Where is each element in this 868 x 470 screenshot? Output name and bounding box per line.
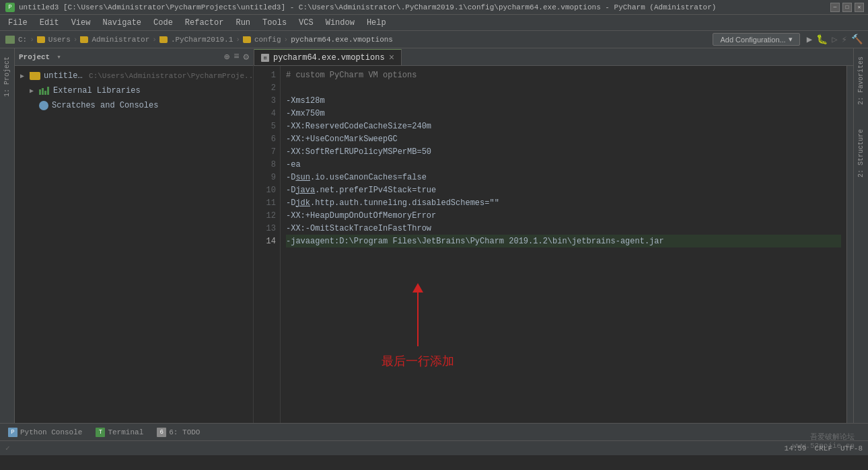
- panel-collapse-icon[interactable]: ≡: [233, 51, 239, 63]
- tree-path-untitled3: C:\Users\Administrator\PycharmProje...: [89, 72, 253, 80]
- right-scrollbar[interactable]: [846, 66, 853, 423]
- menu-view[interactable]: View: [66, 17, 96, 29]
- app-icon: P: [5, 3, 15, 12]
- tree-arrow-scratches: ▶: [30, 102, 39, 110]
- menu-navigate[interactable]: Navigate: [97, 17, 147, 29]
- minimize-button[interactable]: ─: [830, 3, 840, 12]
- build-icon[interactable]: 🔨: [851, 34, 863, 45]
- code-line-5: -XX:ReservedCodeCacheSize=240m: [286, 120, 841, 132]
- menu-refactor[interactable]: Refactor: [180, 17, 229, 29]
- annotation-text: 最后一行添加: [382, 353, 454, 369]
- tree-item-scratches[interactable]: ▶ Scratches and Consoles: [15, 98, 253, 113]
- breadcrumb-config[interactable]: config: [254, 36, 281, 44]
- scratch-icon: [39, 101, 48, 110]
- line-num-1: 1: [254, 69, 280, 81]
- project-tab-label[interactable]: 1: Project: [1, 51, 13, 102]
- breadcrumb-c[interactable]: C:: [18, 36, 27, 44]
- coverage-icon[interactable]: ▷: [832, 34, 837, 45]
- line-numbers: 1 2 3 4 5 6 7 8 9 10 11 12 13 14: [254, 66, 281, 423]
- menu-bar: File Edit View Navigate Code Refactor Ru…: [0, 15, 868, 31]
- tree-item-external-libs[interactable]: ▶ External Libraries: [15, 83, 253, 98]
- tab-file-icon: ▤: [261, 54, 269, 62]
- terminal-label: Terminal: [108, 428, 143, 436]
- code-line-6: -XX:+UseConcMarkSweepGC: [286, 132, 841, 145]
- folder-icon-untitled3: [30, 72, 40, 80]
- line-num-8: 8: [254, 158, 280, 171]
- menu-code[interactable]: Code: [148, 17, 178, 29]
- code-line-1: # custom PyCharm VM options: [286, 69, 841, 81]
- breadcrumb-admin[interactable]: Administrator: [92, 36, 149, 44]
- project-panel-header: Project ▾ ⊕ ≡ ⚙: [15, 48, 253, 66]
- status-bar: ✓ 14:59 CRLF UTF-8: [0, 440, 868, 455]
- code-line-7: -XX:SoftRefLRUPolicyMSPerMB=50: [286, 145, 841, 158]
- code-line-11: -Djdk.http.auth.tunneling.disabledScheme…: [286, 196, 841, 209]
- line-num-9: 9: [254, 171, 280, 184]
- tree-item-untitled3[interactable]: ▶ untitled3 C:\Users\Administrator\Pycha…: [15, 69, 253, 83]
- main-layout: 1: Project Project ▾ ⊕ ≡ ⚙ ▶ untitled3 C…: [0, 48, 868, 423]
- breadcrumb-users[interactable]: Users: [48, 36, 71, 44]
- line-num-5: 5: [254, 120, 280, 132]
- profile-icon[interactable]: ⚡: [842, 34, 847, 45]
- panel-locate-icon[interactable]: ⊕: [224, 51, 229, 63]
- structure-tab[interactable]: 2: Structure: [855, 124, 867, 183]
- tab-label: pycharm64.exe.vmoptions: [273, 53, 385, 63]
- project-panel: Project ▾ ⊕ ≡ ⚙ ▶ untitled3 C:\Users\Adm…: [15, 48, 254, 423]
- close-button[interactable]: ✕: [855, 3, 864, 12]
- todo-label: 6: TODO: [169, 428, 200, 436]
- code-line-2: [286, 81, 841, 94]
- python-console-icon: P: [8, 428, 17, 437]
- menu-vcs[interactable]: VCS: [293, 17, 319, 29]
- project-dropdown-icon[interactable]: ▾: [57, 52, 61, 61]
- tree-arrow-libs: ▶: [30, 87, 39, 95]
- code-line-12: -XX:+HeapDumpOnOutOfMemoryError: [286, 209, 841, 222]
- line-num-2: 2: [254, 81, 280, 94]
- menu-file[interactable]: File: [3, 17, 33, 29]
- tab-close-icon[interactable]: ×: [389, 53, 394, 63]
- line-num-3: 3: [254, 94, 280, 107]
- run-icon[interactable]: ▶: [807, 34, 812, 45]
- menu-tools[interactable]: Tools: [257, 17, 292, 29]
- right-panel: ▤ pycharm64.exe.vmoptions × 1 2 3 4 5 6 …: [254, 48, 853, 423]
- code-line-3: -Xms128m: [286, 94, 841, 107]
- line-num-12: 12: [254, 209, 280, 222]
- annotation: 最后一行添加: [382, 283, 454, 369]
- title-bar: P untitled3 [C:\Users\Administrator\Pych…: [0, 0, 868, 15]
- window-title: untitled3 [C:\Users\Administrator\Pychar…: [19, 3, 716, 11]
- tree-label-scratches: Scratches and Consoles: [52, 101, 158, 110]
- code-line-14: -javaagent:D:\Program Files\JetBrains\Py…: [286, 235, 841, 247]
- window-controls[interactable]: ─ □ ✕: [830, 3, 864, 12]
- breadcrumb-bar: C: › Users › Administrator › .PyCharm201…: [0, 31, 868, 48]
- project-panel-title: Project: [19, 53, 50, 61]
- maximize-button[interactable]: □: [842, 3, 852, 12]
- code-line-4: -Xmx750m: [286, 107, 841, 120]
- status-time: 14:59: [785, 444, 807, 453]
- dropdown-icon: ▾: [789, 35, 793, 44]
- menu-edit[interactable]: Edit: [34, 17, 65, 29]
- debug-icon[interactable]: 🐛: [816, 34, 828, 45]
- add-configuration-button[interactable]: Add Configuration... ▾: [713, 33, 799, 46]
- breadcrumb-file: pycharm64.exe.vmoptions: [291, 36, 393, 44]
- libs-icon: [39, 87, 50, 95]
- bottom-bar: P Python Console T Terminal 6 6: TODO: [0, 423, 868, 440]
- arrow-line: [417, 292, 419, 346]
- menu-window[interactable]: Window: [320, 17, 360, 29]
- folder-icon-1: [37, 36, 45, 43]
- status-right: 14:59 CRLF UTF-8: [785, 444, 863, 453]
- editor-tab-vmoptions[interactable]: ▤ pycharm64.exe.vmoptions ×: [254, 49, 402, 65]
- editor-tabs: ▤ pycharm64.exe.vmoptions ×: [254, 48, 853, 66]
- menu-run[interactable]: Run: [230, 17, 256, 29]
- terminal-tab[interactable]: T Terminal: [90, 425, 149, 440]
- line-num-14: 14: [254, 235, 280, 247]
- tree-label-external-libs: External Libraries: [53, 86, 141, 95]
- panel-settings-icon[interactable]: ⚙: [244, 51, 249, 63]
- menu-help[interactable]: Help: [361, 17, 392, 29]
- favorites-tab[interactable]: 2: Favorites: [855, 51, 867, 110]
- code-editor[interactable]: # custom PyCharm VM options -Xms128m -Xm…: [281, 66, 846, 423]
- breadcrumb-pycharm[interactable]: .PyCharm2019.1: [171, 36, 233, 44]
- right-side-tabs[interactable]: 2: Favorites 2: Structure: [853, 48, 868, 423]
- project-tree: ▶ untitled3 C:\Users\Administrator\Pycha…: [15, 66, 253, 423]
- todo-tab[interactable]: 6 6: TODO: [151, 425, 205, 440]
- python-console-tab[interactable]: P Python Console: [3, 425, 87, 440]
- line-num-7: 7: [254, 145, 280, 158]
- left-sidebar-tab[interactable]: 1: Project: [0, 48, 15, 423]
